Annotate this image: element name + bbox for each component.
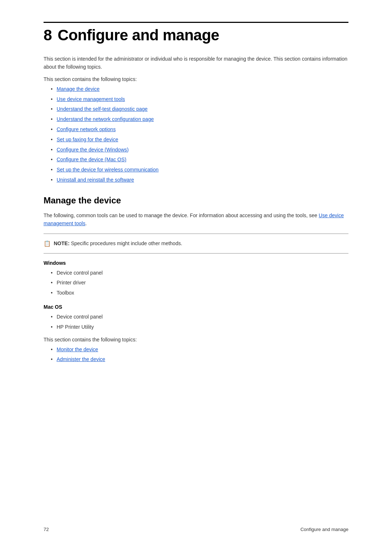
- toc-link-configure-macos[interactable]: Configure the device (Mac OS): [57, 157, 126, 162]
- toc-item: Set up faxing for the device: [51, 135, 348, 144]
- macos-list: Device control panel HP Printer Utility: [51, 313, 348, 332]
- toc-list: Manage the device Use device management …: [51, 85, 348, 185]
- footer-chapter-label: Configure and manage: [301, 527, 348, 532]
- toc-item: Manage the device: [51, 85, 348, 94]
- toc-link-configure-windows[interactable]: Configure the device (Windows): [57, 147, 128, 153]
- note-box: 📋 NOTE: Specific procedures might includ…: [44, 237, 348, 250]
- chapter-title: 8Configure and manage: [44, 27, 348, 44]
- macos-subsection-title: Mac OS: [44, 304, 348, 310]
- macos-item: HP Printer Utility: [51, 323, 348, 332]
- sub-toc-list: Monitor the device Administer the device: [51, 345, 348, 364]
- toc-item: Understand the network configuration pag…: [51, 115, 348, 124]
- toc-link-network-config[interactable]: Understand the network configuration pag…: [57, 116, 154, 122]
- manage-section-intro: The following, common tools can be used …: [44, 211, 348, 228]
- windows-subsection-title: Windows: [44, 260, 348, 266]
- windows-list: Device control panel Printer driver Tool…: [51, 269, 348, 297]
- sub-toc-item: Monitor the device: [51, 345, 348, 354]
- windows-item: Printer driver: [51, 279, 348, 287]
- sub-toc-link-administer[interactable]: Administer the device: [57, 356, 105, 362]
- note-icon: 📋: [44, 240, 51, 247]
- toc-item: Configure the device (Mac OS): [51, 155, 348, 164]
- toc-item: Uninstall and reinstall the software: [51, 176, 348, 185]
- chapter-number: 8: [44, 27, 52, 44]
- toc-item: Configure network options: [51, 125, 348, 134]
- toc-item: Configure the device (Windows): [51, 146, 348, 154]
- sub-toc-link-monitor[interactable]: Monitor the device: [57, 347, 98, 352]
- note-divider-bottom: [44, 253, 348, 254]
- toc-link-configure-network[interactable]: Configure network options: [57, 126, 116, 132]
- toc-item: Set up the device for wireless communica…: [51, 166, 348, 174]
- manage-section-title: Manage the device: [44, 195, 348, 206]
- note-content: NOTE: Specific procedures might include …: [54, 240, 182, 247]
- toc-link-uninstall[interactable]: Uninstall and reinstall the software: [57, 177, 134, 183]
- toc-link-manage-device[interactable]: Manage the device: [57, 86, 99, 92]
- windows-item: Device control panel: [51, 269, 348, 277]
- toc-link-wireless[interactable]: Set up the device for wireless communica…: [57, 167, 159, 173]
- macos-item: Device control panel: [51, 313, 348, 321]
- chapter-header: 8Configure and manage: [44, 22, 348, 44]
- intro-paragraph: This section is intended for the adminis…: [44, 55, 348, 71]
- toc-item: Use device management tools: [51, 95, 348, 104]
- toc-link-self-test[interactable]: Understand the self-test diagnostic page: [57, 106, 148, 112]
- topics-label: This section contains the following topi…: [44, 76, 348, 82]
- sub-topics-label: This section contains the following topi…: [44, 337, 348, 343]
- note-divider-top: [44, 234, 348, 234]
- windows-item: Toolbox: [51, 289, 348, 297]
- footer-page-number: 72: [44, 527, 49, 532]
- toc-link-faxing[interactable]: Set up faxing for the device: [57, 137, 118, 142]
- sub-toc-item: Administer the device: [51, 355, 348, 364]
- toc-item: Understand the self-test diagnostic page: [51, 105, 348, 114]
- toc-link-device-management-tools[interactable]: Use device management tools: [57, 96, 125, 102]
- page-footer: 72 Configure and manage: [0, 527, 392, 532]
